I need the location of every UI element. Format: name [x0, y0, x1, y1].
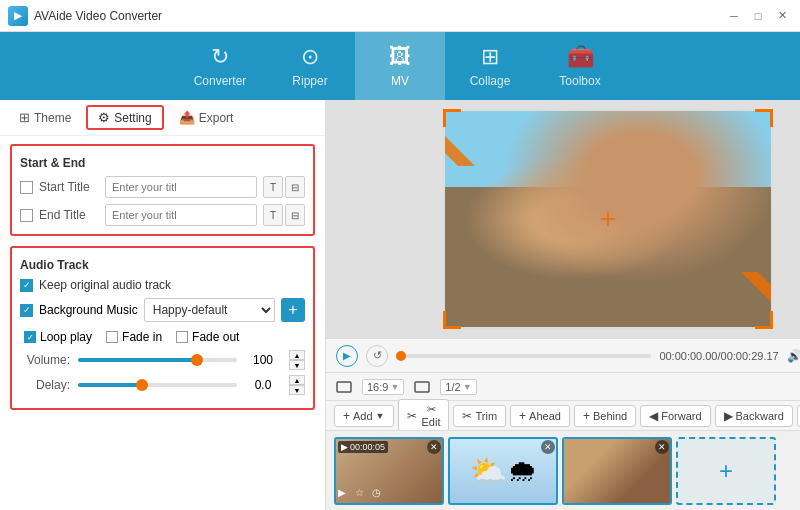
bg-music-select[interactable]: Happy-default Calm Energetic Romantic: [144, 298, 275, 322]
aspect-ratio-select[interactable]: 16:9 ▼: [362, 379, 404, 395]
volume-slider[interactable]: [78, 358, 237, 362]
keep-original-checkbox[interactable]: ✓: [20, 279, 33, 292]
ahead-label: Ahead: [529, 410, 561, 422]
film-close-1[interactable]: ✕: [427, 440, 441, 454]
play-button[interactable]: ▶: [336, 345, 358, 367]
tab-setting[interactable]: ⚙ Setting: [86, 105, 163, 130]
time-current: 00:00:00.00: [659, 350, 717, 362]
corner-tl: [443, 109, 461, 127]
delay-spinner: ▲ ▼: [289, 375, 305, 395]
trim-icon: ✂: [462, 409, 472, 423]
add-button[interactable]: + Add ▼: [334, 405, 394, 427]
corner-bl: [443, 311, 461, 329]
film-item-2[interactable]: ✕ ⛅🌧: [448, 437, 558, 505]
end-title-layout-btn[interactable]: ⊟: [285, 204, 305, 226]
edit-label: ✂ Edit: [422, 403, 441, 428]
volume-down-btn[interactable]: ▼: [289, 360, 305, 370]
maximize-button[interactable]: □: [748, 6, 768, 26]
fade-in-label: Fade in: [122, 330, 162, 344]
end-title-text-btn[interactable]: T: [263, 204, 283, 226]
progress-bar[interactable]: [396, 354, 651, 358]
tab-export-label: Export: [199, 111, 234, 125]
film-play-btn-1[interactable]: ▶: [338, 487, 352, 501]
backward-label: Backward: [736, 410, 784, 422]
start-title-input[interactable]: [105, 176, 257, 198]
volume-value: 100: [245, 353, 281, 367]
minimize-button[interactable]: ─: [724, 6, 744, 26]
start-title-text-btn[interactable]: T: [263, 176, 283, 198]
end-title-row: End Title T ⊟: [20, 204, 305, 226]
volume-spinner: ▲ ▼: [289, 350, 305, 370]
forward-button[interactable]: ◀ Forward: [640, 405, 710, 427]
mv-icon: 🖼: [389, 44, 411, 70]
close-button[interactable]: ✕: [772, 6, 792, 26]
film-star-btn-1[interactable]: ☆: [355, 487, 369, 501]
nav-ripper[interactable]: ⊙ Ripper: [265, 32, 355, 100]
start-title-checkbox[interactable]: [20, 181, 33, 194]
delay-fill: [78, 383, 142, 387]
time-total: 00:00:29.17: [721, 350, 779, 362]
progress-thumb[interactable]: [396, 351, 406, 361]
film-clock-btn-1[interactable]: ◷: [372, 487, 386, 501]
format-bar: 16:9 ▼ 1/2 ▼: [326, 372, 800, 400]
behind-button[interactable]: + Behind: [574, 405, 636, 427]
audio-options-row: ✓ Loop play Fade in Fade out: [20, 330, 305, 344]
bg-music-add-btn[interactable]: +: [281, 298, 305, 322]
panel-tabs: ⊞ Theme ⚙ Setting 📤 Export: [0, 100, 325, 136]
delay-row: Delay: 0.0 ▲ ▼: [20, 375, 305, 395]
backward-icon: ▶: [724, 409, 733, 423]
toolbox-icon: 🧰: [567, 44, 594, 70]
end-title-checkbox[interactable]: [20, 209, 33, 222]
end-title-actions: T ⊟: [263, 204, 305, 226]
nav-toolbox-label: Toolbox: [559, 74, 600, 88]
film-controls-1: ▶ ☆ ◷: [338, 487, 386, 501]
nav-converter[interactable]: ↻ Converter: [175, 32, 265, 100]
aspect-ratio-value: 16:9: [367, 381, 388, 393]
film-item-1[interactable]: ▶ 00:00:05 ✕ ▶ ☆ ◷: [334, 437, 444, 505]
delay-down-btn[interactable]: ▼: [289, 385, 305, 395]
fade-in-checkbox[interactable]: [106, 331, 118, 343]
keep-original-label: Keep original audio track: [39, 278, 171, 292]
app-icon: ▶: [8, 6, 28, 26]
loop-play-label: Loop play: [40, 330, 92, 344]
window-controls: ─ □ ✕: [724, 6, 792, 26]
tab-theme[interactable]: ⊞ Theme: [8, 106, 82, 129]
fade-out-checkbox[interactable]: [176, 331, 188, 343]
ahead-button[interactable]: + Ahead: [510, 405, 570, 427]
behind-label: Behind: [593, 410, 627, 422]
backward-button[interactable]: ▶ Backward: [715, 405, 793, 427]
delay-up-btn[interactable]: ▲: [289, 375, 305, 385]
volume-thumb[interactable]: [191, 354, 203, 366]
audio-track-title: Audio Track: [20, 258, 305, 272]
film-add-button[interactable]: +: [676, 437, 776, 505]
bg-music-checkbox[interactable]: ✓: [20, 304, 33, 317]
start-title-actions: T ⊟: [263, 176, 305, 198]
loop-play-checkbox[interactable]: ✓: [24, 331, 36, 343]
film-duration-1: ▶ 00:00:05: [338, 441, 388, 453]
tab-export[interactable]: 📤 Export: [168, 106, 245, 129]
zoom-select[interactable]: 1/2 ▼: [440, 379, 476, 395]
start-title-layout-btn[interactable]: ⊟: [285, 176, 305, 198]
volume-icon[interactable]: 🔊: [787, 349, 800, 363]
film-close-3[interactable]: ✕: [655, 440, 669, 454]
nav-toolbox[interactable]: 🧰 Toolbox: [535, 32, 625, 100]
titlebar: ▶ AVAide Video Converter ─ □ ✕: [0, 0, 800, 32]
trim-button[interactable]: ✂ Trim: [453, 405, 506, 427]
nav-mv[interactable]: 🖼 MV: [355, 32, 445, 100]
add-dropdown-icon: ▼: [376, 411, 385, 421]
delay-slider[interactable]: [78, 383, 237, 387]
theme-grid-icon: ⊞: [19, 110, 30, 125]
film-item-3[interactable]: ✕: [562, 437, 672, 505]
start-end-title: Start & End: [20, 156, 305, 170]
nav-collage[interactable]: ⊞ Collage: [445, 32, 535, 100]
refresh-button[interactable]: ↺: [366, 345, 388, 367]
end-title-input[interactable]: [105, 204, 257, 226]
fade-out-label: Fade out: [192, 330, 239, 344]
film-close-2[interactable]: ✕: [541, 440, 555, 454]
preview-area: ❮ + +: [326, 100, 800, 338]
volume-up-btn[interactable]: ▲: [289, 350, 305, 360]
video-content: +: [445, 111, 771, 327]
edit-button[interactable]: ✂ ✂ Edit: [398, 399, 450, 432]
nav-converter-label: Converter: [194, 74, 247, 88]
delay-thumb[interactable]: [136, 379, 148, 391]
